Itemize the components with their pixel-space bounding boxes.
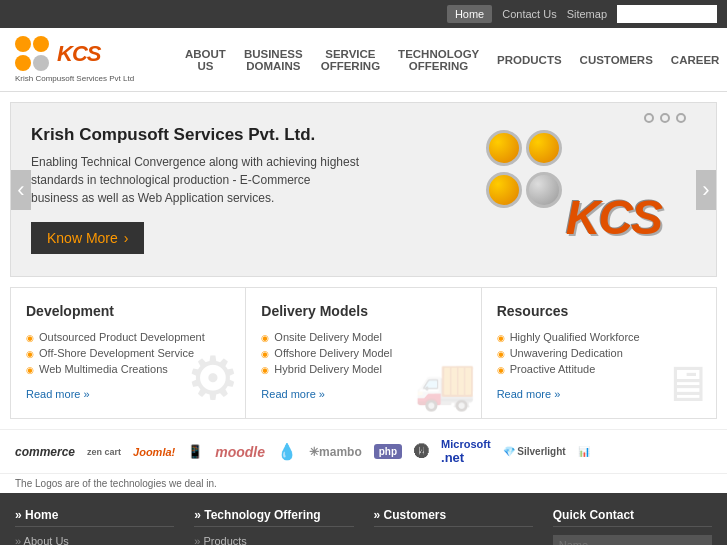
banner-dot-1[interactable] — [644, 113, 654, 123]
footer-technology-title: » Technology Offering — [194, 508, 353, 527]
banner-title: Krish Compusoft Services Pvt. Ltd. — [31, 125, 416, 145]
kcs-logo-3d: KCS — [466, 125, 666, 255]
logo-wordpress: 🅦 — [414, 443, 429, 460]
kcs-3d-circle-3 — [486, 172, 522, 208]
logo-wrapper: KCS Krish Compusoft Services Pvt Ltd — [15, 36, 134, 83]
logo-mambo: ✳mambo — [309, 445, 362, 459]
main-nav: ABOUT US BUSINESSDOMAINS SERVICE OFFERIN… — [185, 48, 719, 72]
footer-col-home: » Home About Us — [15, 508, 174, 545]
contact-link[interactable]: Contact Us — [502, 8, 556, 20]
tech-logos-bar: commerce zen cart Joomla! 📱 moodle 💧 ✳ma… — [0, 429, 727, 474]
header: KCS Krish Compusoft Services Pvt Ltd ABO… — [0, 28, 727, 92]
resources-item-1: Highly Qualified Workforce — [497, 329, 701, 345]
arrow-right-icon — [702, 177, 709, 203]
kcs-3d-circle-4 — [526, 172, 562, 208]
search-input[interactable] — [617, 5, 717, 23]
banner-left: Krish Compusoft Services Pvt. Ltd. Enabl… — [31, 125, 436, 254]
footer-contact-title: Quick Contact — [553, 508, 712, 527]
logo-kcs-text: KCS — [57, 41, 100, 67]
nav-technology-offering[interactable]: TECHNOLOGY OFFERING — [398, 48, 479, 72]
logo-subtitle: Krish Compusoft Services Pvt Ltd — [15, 74, 134, 83]
logo-circle-4 — [33, 55, 49, 71]
footer: » Home About Us » Technology Offering Pr… — [0, 493, 727, 545]
logo-php: php — [374, 444, 402, 459]
banner-text: Enabling Technical Convergence along wit… — [31, 153, 361, 207]
delivery-read-more[interactable]: Read more » — [261, 388, 325, 400]
nav-service-offering[interactable]: SERVICE OFFERING — [321, 48, 380, 72]
banner-dot-2[interactable] — [660, 113, 670, 123]
development-read-more[interactable]: Read more » — [26, 388, 90, 400]
nav-customers[interactable]: CUSTOMERS — [580, 54, 653, 66]
logo-office: 📊 — [578, 446, 590, 457]
contact-name-input[interactable] — [553, 535, 712, 545]
banner-nav-prev[interactable] — [11, 170, 31, 210]
know-more-label: Know More — [47, 230, 118, 246]
banner-nav-next[interactable] — [696, 170, 716, 210]
footer-customers-title: » Customers — [374, 508, 533, 527]
banner: Krish Compusoft Services Pvt. Ltd. Enabl… — [10, 102, 717, 277]
banner-right: KCS — [436, 125, 696, 255]
resources-title: Resources — [497, 303, 701, 319]
kcs-3d-circle-1 — [486, 130, 522, 166]
logo-moodle: moodle — [215, 444, 265, 460]
tech-logos-note: The Logos are of the technologies we dea… — [0, 474, 727, 493]
arrow-left-icon — [17, 177, 24, 203]
logo-silverlight: 💎 Silverlight — [503, 446, 566, 457]
delivery-item-1: Onsite Delivery Model — [261, 329, 465, 345]
footer-link-products[interactable]: Products — [194, 535, 353, 545]
nav-business-domains[interactable]: BUSINESSDOMAINS — [244, 48, 303, 72]
banner-dot-3[interactable] — [676, 113, 686, 123]
logo-commerce: commerce — [15, 445, 75, 459]
home-link[interactable]: Home — [447, 5, 492, 23]
server-icon: 🖥 — [661, 355, 711, 413]
logo-zencart: zen cart — [87, 447, 121, 457]
logo-circle-1 — [15, 36, 31, 52]
development-title: Development — [26, 303, 230, 319]
kcs-3d-text: KCS — [566, 190, 661, 245]
logo-joomla: Joomla! — [133, 446, 175, 458]
arrow-right-small-icon: › — [124, 230, 129, 246]
footer-col-customers: » Customers — [374, 508, 533, 545]
resources-read-more[interactable]: Read more » — [497, 388, 561, 400]
know-more-button[interactable]: Know More › — [31, 222, 144, 254]
feature-columns: Development Outsourced Product Developme… — [10, 287, 717, 419]
nav-products[interactable]: PRODUCTS — [497, 54, 562, 66]
footer-link-about[interactable]: About Us — [15, 535, 174, 545]
logo-mobile: 📱 — [187, 444, 203, 459]
logo-dotnet: Microsoft.net — [441, 438, 491, 465]
nav-career[interactable]: CAREER — [671, 54, 720, 66]
footer-col-contact: Quick Contact — [553, 508, 712, 545]
logo-circle-3 — [15, 55, 31, 71]
development-column: Development Outsourced Product Developme… — [11, 288, 246, 418]
top-bar: Home Contact Us Sitemap — [0, 0, 727, 28]
kcs-3d-circle-2 — [526, 130, 562, 166]
delivery-title: Delivery Models — [261, 303, 465, 319]
logo-drupal: 💧 — [277, 442, 297, 461]
logo-area: KCS Krish Compusoft Services Pvt Ltd — [15, 36, 155, 83]
sitemap-link[interactable]: Sitemap — [567, 8, 607, 20]
truck-icon: 🚚 — [414, 355, 476, 413]
logo-circle-2 — [33, 36, 49, 52]
banner-dots — [644, 113, 686, 123]
footer-home-title: » Home — [15, 508, 174, 527]
resources-column: Resources Highly Qualified Workforce Unw… — [482, 288, 716, 418]
footer-col-technology: » Technology Offering Products — [194, 508, 353, 545]
nav-about-us[interactable]: ABOUT US — [185, 48, 226, 72]
delivery-column: Delivery Models Onsite Delivery Model Of… — [246, 288, 481, 418]
gear-icon: ⚙ — [186, 343, 240, 413]
